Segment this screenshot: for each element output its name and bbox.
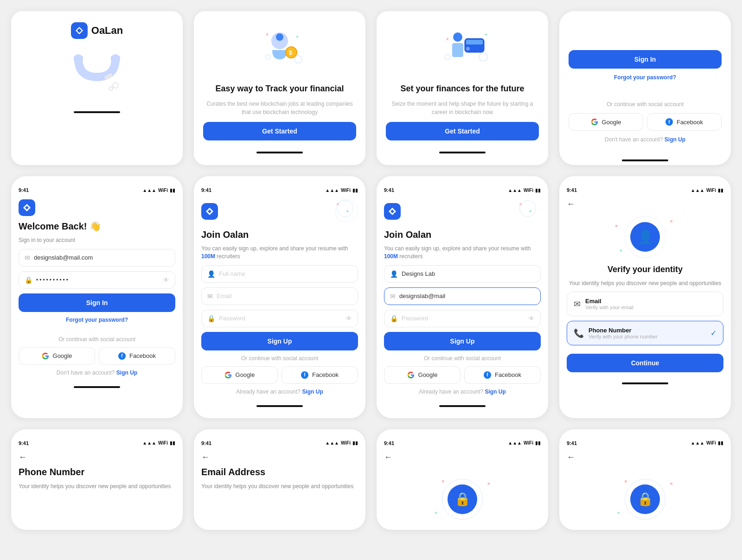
signin-top-button[interactable]: Sign In bbox=[569, 50, 722, 69]
back-button[interactable]: ← bbox=[19, 452, 175, 462]
signup-link[interactable]: Sign Up bbox=[302, 388, 323, 395]
top-card-brand: OaLan bbox=[11, 11, 183, 165]
home-indicator bbox=[74, 386, 120, 388]
status-icons: ▲▲▲ WiFi ▮▮ bbox=[691, 188, 723, 193]
brand-logo: OaLan bbox=[71, 22, 123, 39]
password-dots: •••••••••• bbox=[36, 277, 70, 283]
welcome-heading: Welcome Back! 👋 bbox=[19, 221, 175, 232]
signup-link[interactable]: Sign Up bbox=[665, 136, 685, 143]
email-verify-option[interactable]: ✉ Email Verify with your email bbox=[567, 292, 723, 316]
back-button[interactable]: ← bbox=[567, 452, 723, 462]
time: 9:41 bbox=[567, 440, 577, 446]
status-bar: 9:41 ▲▲▲ WiFi ▮▮ bbox=[384, 437, 541, 448]
back-button[interactable]: ← bbox=[567, 199, 723, 209]
top-card-finances: × + Set your finances for the future Sei… bbox=[377, 11, 548, 165]
facebook-label: Facebook bbox=[312, 371, 339, 378]
svg-point-20 bbox=[445, 54, 450, 60]
forgot-password-link[interactable]: Forgot your password? bbox=[19, 317, 175, 323]
welcome-back-content: 9:41 ▲▲▲ WiFi ▮▮ Welcome Back! 👋 Sign in… bbox=[11, 176, 183, 399]
google-label: Google bbox=[236, 371, 255, 378]
top-card-track: $ × + Easy way to Track your financial C… bbox=[194, 11, 365, 165]
signup-button[interactable]: Sign Up bbox=[384, 332, 541, 350]
no-account-text: Don't have an account? Sign Up bbox=[569, 136, 722, 143]
facebook-icon: f bbox=[301, 371, 308, 379]
email-option-text: Email Verify with your email bbox=[585, 298, 633, 310]
email-input[interactable]: ✉ designslab@mail.com bbox=[19, 249, 175, 267]
google-button[interactable]: Google bbox=[384, 366, 461, 384]
email-input[interactable]: ✉ Email bbox=[201, 287, 358, 305]
facebook-button[interactable]: f Facebook bbox=[281, 366, 358, 384]
signin-button[interactable]: Sign In bbox=[19, 293, 175, 312]
signup-button[interactable]: Sign Up bbox=[201, 332, 358, 350]
svg-rect-1 bbox=[111, 56, 120, 61]
password-input[interactable]: 🔒 Password 👁 bbox=[384, 310, 541, 327]
join-filled-heading: Join Oalan bbox=[384, 229, 541, 240]
email-icon: ✉ bbox=[207, 293, 213, 300]
status-bar: 9:41 ▲▲▲ WiFi ▮▮ bbox=[19, 437, 175, 448]
track-get-started-button[interactable]: Get Started bbox=[203, 122, 356, 140]
check-icon: ✓ bbox=[710, 329, 716, 337]
brand-name: OaLan bbox=[91, 25, 123, 37]
google-button[interactable]: Google bbox=[569, 113, 643, 131]
google-icon bbox=[591, 118, 598, 126]
wifi-icon: WiFi bbox=[158, 188, 168, 193]
google-button[interactable]: Google bbox=[201, 366, 278, 384]
signup-link[interactable]: Sign Up bbox=[116, 369, 137, 376]
battery-icon: ▮▮ bbox=[170, 188, 175, 193]
home-indicator bbox=[256, 152, 303, 153]
svg-point-13 bbox=[453, 32, 462, 42]
verify-identity-card: 9:41 ▲▲▲ WiFi ▮▮ ← 👤 × × + Veri bbox=[559, 176, 731, 418]
app-logo bbox=[384, 203, 401, 220]
continue-button[interactable]: Continue bbox=[567, 354, 723, 372]
email-input[interactable]: ✉ designslab@mail bbox=[384, 287, 541, 305]
email-address-content: 9:41 ▲▲▲ WiFi ▮▮ ← Email Address Your id… bbox=[194, 429, 365, 498]
wifi-icon: WiFi bbox=[341, 440, 351, 445]
status-bar: 9:41 ▲▲▲ WiFi ▮▮ bbox=[384, 184, 541, 195]
ring-2 bbox=[335, 199, 358, 223]
have-account-text: Already have an account? Sign Up bbox=[201, 388, 358, 395]
battery-icon: ▮▮ bbox=[718, 188, 723, 193]
email-address-card: 9:41 ▲▲▲ WiFi ▮▮ ← Email Address Your id… bbox=[194, 429, 365, 530]
email-icon: ✉ bbox=[25, 254, 30, 261]
verify-heading: Verify your identity bbox=[567, 265, 723, 275]
email-option-sub: Verify with your email bbox=[585, 305, 633, 310]
plus-mark: + bbox=[435, 510, 437, 515]
signup-link[interactable]: Sign Up bbox=[485, 388, 505, 395]
svg-point-6 bbox=[276, 33, 283, 41]
social-row: Google f Facebook bbox=[384, 366, 541, 384]
facebook-button[interactable]: f Facebook bbox=[647, 113, 722, 131]
phone-verify-option[interactable]: 📞 Phone Number Verify with your phone nu… bbox=[567, 321, 723, 345]
or-divider: Or continue with social account bbox=[201, 355, 358, 362]
wifi-icon: WiFi bbox=[341, 188, 351, 193]
name-input[interactable]: 👤 Designs Lab bbox=[384, 265, 541, 283]
app-logo bbox=[19, 199, 35, 216]
facebook-button[interactable]: f Facebook bbox=[99, 347, 175, 365]
facebook-label: Facebook bbox=[495, 371, 521, 378]
status-bar: 9:41 ▲▲▲ WiFi ▮▮ bbox=[567, 184, 723, 195]
google-button[interactable]: Google bbox=[19, 347, 95, 365]
fullname-input[interactable]: 👤 Full name bbox=[201, 265, 358, 283]
status-icons: ▲▲▲ WiFi ▮▮ bbox=[691, 440, 723, 445]
battery-icon: ▮▮ bbox=[535, 188, 541, 193]
svg-text:+: + bbox=[296, 34, 299, 39]
person-icon: 👤 bbox=[207, 270, 215, 278]
x-mark: × bbox=[670, 481, 673, 486]
password-input[interactable]: 🔒 •••••••••• 👁 bbox=[19, 271, 175, 289]
social-row: Google f Facebook bbox=[569, 113, 722, 131]
phone-option-sub: Verify with your phone number bbox=[588, 334, 658, 339]
forgot-password-link[interactable]: Forgot your password? bbox=[569, 74, 722, 81]
facebook-label: Facebook bbox=[129, 352, 156, 359]
email-value: designslab@mail.com bbox=[34, 254, 93, 261]
back-button[interactable]: ← bbox=[201, 452, 358, 462]
finances-get-started-button[interactable]: Get Started bbox=[386, 122, 539, 140]
back-button[interactable]: ← bbox=[384, 452, 541, 462]
email-option-title: Email bbox=[585, 298, 633, 305]
signal-icon: ▲▲▲ bbox=[691, 440, 704, 445]
password-input[interactable]: 🔒 Password 👁 bbox=[201, 310, 358, 327]
status-bar: 9:41 ▲▲▲ WiFi ▮▮ bbox=[19, 184, 175, 195]
facebook-button[interactable]: f Facebook bbox=[464, 366, 541, 384]
name-value: Designs Lab bbox=[402, 270, 435, 277]
email-value: designslab@mail bbox=[399, 293, 445, 299]
status-icons: ▲▲▲ WiFi ▮▮ bbox=[142, 188, 175, 193]
phone-number-subtitle: Your identity helps you discover new peo… bbox=[19, 482, 175, 490]
